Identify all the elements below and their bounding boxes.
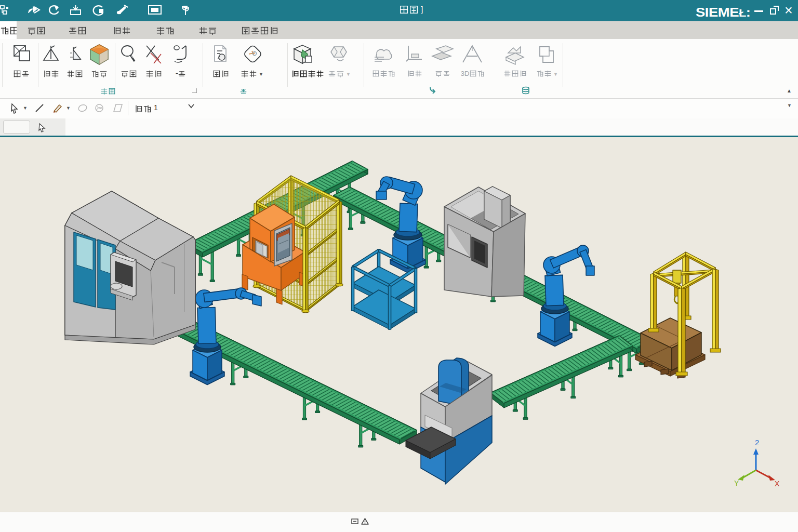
svg-text:X: X [775, 480, 780, 488]
svg-text:Y: Y [734, 479, 739, 487]
svg-text:2: 2 [755, 438, 759, 447]
